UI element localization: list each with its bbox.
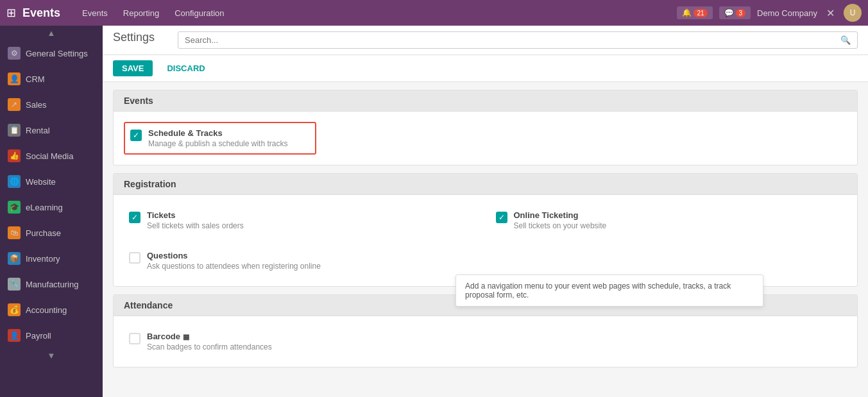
- barcode-desc: Scan badges to confirm attendances: [147, 342, 272, 351]
- topbar: ⊞ Events Events Reporting Configuration …: [0, 0, 868, 26]
- tickets-item: ✓ Tickets Sell tickets with sales orders: [124, 205, 481, 235]
- sidebar-item-purchase[interactable]: 🛍 Purchase: [0, 220, 103, 246]
- sidebar: ▲ ⚙ General Settings 👤 CRM ↗ Sales 📋 Ren…: [0, 26, 103, 397]
- sidebar-label-social-media: Social Media: [26, 151, 73, 161]
- elearning-icon: 🎓: [8, 201, 21, 214]
- sidebar-item-payroll[interactable]: 👤 Payroll: [0, 323, 103, 348]
- rental-icon: 📋: [8, 124, 21, 137]
- registration-section-title: Registration: [114, 174, 857, 195]
- sales-icon: ↗: [8, 98, 21, 111]
- notification-count: 21: [694, 9, 707, 17]
- barcode-info: Barcode ▦ Scan badges to confirm attenda…: [147, 332, 272, 351]
- nav-configuration[interactable]: Configuration: [168, 6, 230, 21]
- nav-events[interactable]: Events: [76, 6, 114, 21]
- tooltip-text: Add a navigation menu to your event web …: [465, 282, 731, 300]
- sidebar-item-manufacturing[interactable]: 🔧 Manufacturing: [0, 271, 103, 297]
- scroll-up-indicator: ▲: [0, 26, 103, 40]
- nav-reporting[interactable]: Reporting: [117, 6, 166, 21]
- sidebar-item-sales[interactable]: ↗ Sales: [0, 92, 103, 117]
- tickets-desc: Sell tickets with sales orders: [147, 221, 244, 230]
- registration-section-body: ✓ Tickets Sell tickets with sales orders…: [114, 195, 857, 286]
- online-ticketing-item: ✓ Online Ticketing Sell tickets on your …: [491, 205, 847, 235]
- sidebar-label-payroll: Payroll: [26, 331, 51, 341]
- sidebar-label-crm: CRM: [26, 74, 45, 84]
- online-ticketing-label: Online Ticketing: [514, 210, 607, 220]
- tooltip-box: Add a navigation menu to your event web …: [455, 275, 763, 307]
- app-title: Events: [22, 6, 60, 20]
- close-icon[interactable]: ✕: [824, 4, 837, 22]
- sidebar-label-manufacturing: Manufacturing: [26, 280, 78, 289]
- main-area: Settings 🔍 SAVE DISCARD Events ✓: [103, 26, 868, 397]
- topbar-right: 🔔 21 💬 3 Demo Company ✕ U: [677, 4, 862, 22]
- payroll-icon: 👤: [8, 329, 21, 342]
- save-button[interactable]: SAVE: [113, 60, 153, 76]
- sidebar-item-social-media[interactable]: 👍 Social Media: [0, 143, 103, 169]
- barcode-icon: ▦: [183, 333, 189, 341]
- barcode-checkbox[interactable]: [129, 333, 140, 344]
- sidebar-item-rental[interactable]: 📋 Rental: [0, 117, 103, 143]
- sidebar-label-website: Website: [26, 177, 56, 187]
- search-icon[interactable]: 🔍: [834, 32, 857, 48]
- social-media-icon: 👍: [8, 149, 21, 162]
- sidebar-label-rental: Rental: [26, 126, 50, 135]
- grid-icon[interactable]: ⊞: [6, 6, 16, 20]
- sidebar-label-accounting: Accounting: [26, 305, 67, 315]
- sidebar-label-general-settings: General Settings: [26, 49, 88, 58]
- sidebar-label-elearning: eLearning: [26, 203, 63, 212]
- general-settings-icon: ⚙: [8, 47, 21, 60]
- questions-label: Questions: [147, 251, 321, 260]
- search-input[interactable]: [178, 32, 834, 48]
- registration-grid: ✓ Tickets Sell tickets with sales orders…: [124, 205, 847, 276]
- notifications-button[interactable]: 🔔 21: [677, 6, 712, 19]
- events-section: Events ✓ Schedule & Tracks Manage & publ…: [113, 90, 858, 165]
- schedule-tracks-label: Schedule & Tracks: [148, 128, 287, 138]
- barcode-label: Barcode ▦: [147, 332, 272, 341]
- tickets-checkbox[interactable]: ✓: [129, 212, 140, 223]
- sidebar-label-sales: Sales: [26, 100, 47, 110]
- online-ticketing-info: Online Ticketing Sell tickets on your we…: [514, 210, 607, 230]
- sidebar-item-elearning[interactable]: 🎓 eLearning: [0, 194, 103, 220]
- accounting-icon: 💰: [8, 303, 21, 316]
- sidebar-label-inventory: Inventory: [26, 254, 60, 264]
- questions-desc: Ask questions to attendees when register…: [147, 262, 321, 271]
- message-icon: 💬: [724, 8, 734, 17]
- schedule-tracks-desc: Manage & publish a schedule with tracks: [148, 139, 287, 148]
- toolbar: SAVE DISCARD: [103, 55, 868, 82]
- events-section-title: Events: [114, 90, 857, 112]
- schedule-tracks-info: Schedule & Tracks Manage & publish a sch…: [148, 128, 287, 148]
- messages-button[interactable]: 💬 3: [719, 6, 751, 19]
- sidebar-item-general-settings[interactable]: ⚙ General Settings: [0, 40, 103, 66]
- sidebar-label-purchase: Purchase: [26, 228, 61, 238]
- top-nav: Events Reporting Configuration: [76, 6, 677, 21]
- user-avatar[interactable]: U: [844, 4, 862, 22]
- barcode-item: Barcode ▦ Scan badges to confirm attenda…: [124, 326, 847, 357]
- events-section-body: ✓ Schedule & Tracks Manage & publish a s…: [114, 112, 857, 165]
- registration-section: Registration ✓ Tickets Sell tickets with…: [113, 173, 858, 287]
- company-selector[interactable]: Demo Company: [757, 8, 817, 18]
- questions-checkbox[interactable]: [129, 252, 140, 264]
- schedule-tracks-item: ✓ Schedule & Tracks Manage & publish a s…: [124, 122, 316, 155]
- content-area: Events ✓ Schedule & Tracks Manage & publ…: [103, 82, 868, 397]
- online-ticketing-desc: Sell tickets on your website: [514, 221, 607, 230]
- sidebar-item-inventory[interactable]: 📦 Inventory: [0, 246, 103, 271]
- message-count: 3: [736, 9, 746, 17]
- inventory-icon: 📦: [8, 252, 21, 265]
- schedule-tracks-checkbox[interactable]: ✓: [130, 130, 142, 141]
- website-icon: 🌐: [8, 175, 21, 188]
- main-layout: ▲ ⚙ General Settings 👤 CRM ↗ Sales 📋 Ren…: [0, 26, 868, 397]
- tickets-info: Tickets Sell tickets with sales orders: [147, 210, 244, 230]
- tickets-label: Tickets: [147, 210, 244, 220]
- questions-item: Questions Ask questions to attendees whe…: [124, 246, 481, 276]
- notification-icon: 🔔: [682, 8, 692, 17]
- questions-info: Questions Ask questions to attendees whe…: [147, 251, 321, 271]
- attendance-section-body: Barcode ▦ Scan badges to confirm attenda…: [114, 316, 857, 367]
- scroll-down-indicator: ▼: [0, 348, 103, 363]
- sidebar-item-accounting[interactable]: 💰 Accounting: [0, 297, 103, 323]
- discard-button[interactable]: DISCARD: [158, 60, 214, 76]
- crm-icon: 👤: [8, 72, 21, 85]
- sidebar-item-website[interactable]: 🌐 Website: [0, 169, 103, 194]
- page-title: Settings: [113, 31, 155, 44]
- online-ticketing-checkbox[interactable]: ✓: [496, 212, 507, 223]
- sidebar-item-crm[interactable]: 👤 CRM: [0, 66, 103, 92]
- purchase-icon: 🛍: [8, 226, 21, 239]
